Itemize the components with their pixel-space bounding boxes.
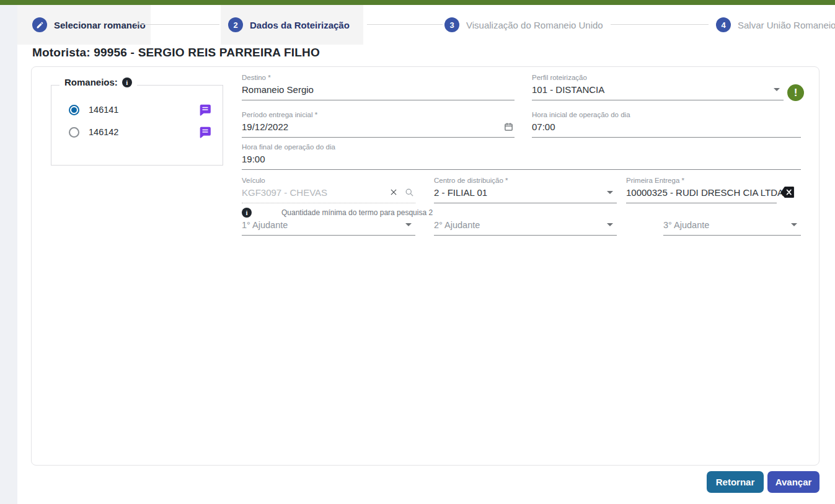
chevron-down-icon[interactable] xyxy=(607,223,613,226)
step-number-badge: 2 xyxy=(228,17,243,32)
perfil-roteirizacao-value: 101 - DISTANCIA xyxy=(532,84,604,95)
step-label: Selecionar romaneio xyxy=(54,20,146,30)
veiculo-helper: Quantidade mínima do termo para pesquisa… xyxy=(242,208,415,218)
stepper-connector xyxy=(135,24,219,25)
veiculo-helper-text: Quantidade mínima do termo para pesquisa… xyxy=(281,208,433,217)
veiculo-value: KGF3097 - CHEVAS xyxy=(242,187,327,198)
ajudante-1-select[interactable]: 1° Ajudante xyxy=(242,218,415,236)
hora-final-input[interactable]: 19:00 xyxy=(242,153,801,170)
field-ajudante-2: 2° Ajudante xyxy=(434,218,617,236)
periodo-entrega-inicial-input[interactable]: 19/12/2022 xyxy=(242,120,515,138)
perfil-roteirizacao-select[interactable]: 101 - DISTANCIA xyxy=(532,83,784,100)
stepper-step-salvar-uniao[interactable]: 4 Salvar União Romaneio xyxy=(716,17,835,32)
step-label: Dados da Roteirização xyxy=(250,20,350,30)
chevron-down-icon[interactable] xyxy=(774,88,780,91)
field-perfil-roteirizacao: Perfil roteirização 101 - DISTANCIA xyxy=(532,74,784,100)
field-label: Centro de distribuição * xyxy=(434,177,617,185)
stepper-step-selecionar-romaneio[interactable]: Selecionar romaneio xyxy=(17,5,151,45)
field-label: Veículo xyxy=(242,177,415,185)
search-icon[interactable] xyxy=(405,188,414,197)
romaneio-option-146142[interactable]: 146142 xyxy=(69,125,211,139)
ajudante-3-placeholder: 3° Ajudante xyxy=(663,220,709,230)
field-centro-distribuicao: Centro de distribuição * 2 - FILIAL 01 xyxy=(434,177,617,203)
chat-comment-icon[interactable] xyxy=(199,104,211,116)
hora-inicial-input[interactable]: 07:00 xyxy=(532,120,801,138)
chat-comment-icon[interactable] xyxy=(199,126,211,138)
radio-unselected-icon[interactable] xyxy=(69,127,79,138)
step-label: Salvar União Romaneio xyxy=(738,20,835,30)
calendar-icon[interactable] xyxy=(504,122,513,131)
radio-selected-icon[interactable] xyxy=(69,105,79,115)
chevron-down-icon[interactable] xyxy=(405,223,412,226)
top-green-bar xyxy=(0,0,835,5)
ajudante-2-select[interactable]: 2° Ajudante xyxy=(434,218,617,236)
chevron-down-icon[interactable] xyxy=(791,223,797,226)
field-destino: Destino * Romaneio Sergio xyxy=(242,74,515,100)
destino-input[interactable]: Romaneio Sergio xyxy=(242,83,515,100)
romaneios-legend: Romaneios: xyxy=(60,77,137,87)
left-margin-strip xyxy=(0,5,17,504)
field-label: Hora final de operação do dia xyxy=(242,143,801,151)
step-number-badge: 4 xyxy=(716,17,731,32)
field-ajudante-3: 3° Ajudante xyxy=(663,218,801,236)
info-icon[interactable] xyxy=(242,208,252,218)
stepper-connector xyxy=(367,24,443,25)
field-label: Primeira Entrega * xyxy=(626,177,777,185)
romaneios-group: 146141 146142 xyxy=(51,85,223,166)
page-title: Motorista: 99956 - SERGIO REIS PARREIRA … xyxy=(32,46,320,60)
pencil-icon xyxy=(32,17,47,32)
periodo-entrega-inicial-value: 19/12/2022 xyxy=(242,122,288,132)
romaneio-number: 146141 xyxy=(89,105,118,115)
ajudante-2-placeholder: 2° Ajudante xyxy=(434,220,480,230)
stepper-connector xyxy=(611,24,709,25)
centro-distribuicao-value: 2 - FILIAL 01 xyxy=(434,187,487,198)
field-periodo-entrega-inicial: Período entrega inicial * 19/12/2022 xyxy=(242,111,515,138)
avancar-button[interactable]: Avançar xyxy=(767,471,820,493)
backspace-clear-icon[interactable] xyxy=(780,186,795,198)
field-hora-final: Hora final de operação do dia 19:00 xyxy=(242,143,801,170)
field-label: Hora inicial de operação do dia xyxy=(532,111,801,119)
primeira-entrega-input[interactable]: 10000325 - RUDI DRESCH CIA LTDA xyxy=(626,186,777,203)
romaneio-option-146141[interactable]: 146141 xyxy=(69,103,211,117)
stepper-step-dados-roteirizacao[interactable]: 2 Dados da Roteirização xyxy=(221,5,363,45)
field-label: Destino * xyxy=(242,74,515,82)
field-label: Perfil roteirização xyxy=(532,74,784,82)
field-primeira-entrega: Primeira Entrega * 10000325 - RUDI DRESC… xyxy=(626,177,777,203)
field-label: Período entrega inicial * xyxy=(242,111,515,119)
field-hora-inicial: Hora inicial de operação do dia 07:00 xyxy=(532,111,801,138)
stepper-step-visualizacao-romaneio[interactable]: 3 Visualização do Romaneio Unido xyxy=(444,17,603,32)
step-number-badge: 3 xyxy=(444,17,459,32)
info-icon[interactable] xyxy=(122,77,132,87)
chevron-down-icon[interactable] xyxy=(607,191,613,194)
romaneio-number: 146142 xyxy=(89,127,118,137)
field-ajudante-1: 1° Ajudante xyxy=(242,218,415,236)
field-veiculo: Veículo KGF3097 - CHEVAS Quantidade míni… xyxy=(242,177,415,218)
ajudante-3-select[interactable]: 3° Ajudante xyxy=(663,218,801,236)
centro-distribuicao-select[interactable]: 2 - FILIAL 01 xyxy=(434,186,617,203)
ajudante-1-placeholder: 1° Ajudante xyxy=(242,220,288,230)
clear-icon[interactable] xyxy=(389,188,398,197)
retornar-button[interactable]: Retornar xyxy=(707,471,764,493)
step-label: Visualização do Romaneio Unido xyxy=(466,20,603,30)
alert-icon[interactable] xyxy=(787,84,804,101)
veiculo-input[interactable]: KGF3097 - CHEVAS xyxy=(242,186,415,203)
romaneios-legend-text: Romaneios: xyxy=(64,77,118,87)
